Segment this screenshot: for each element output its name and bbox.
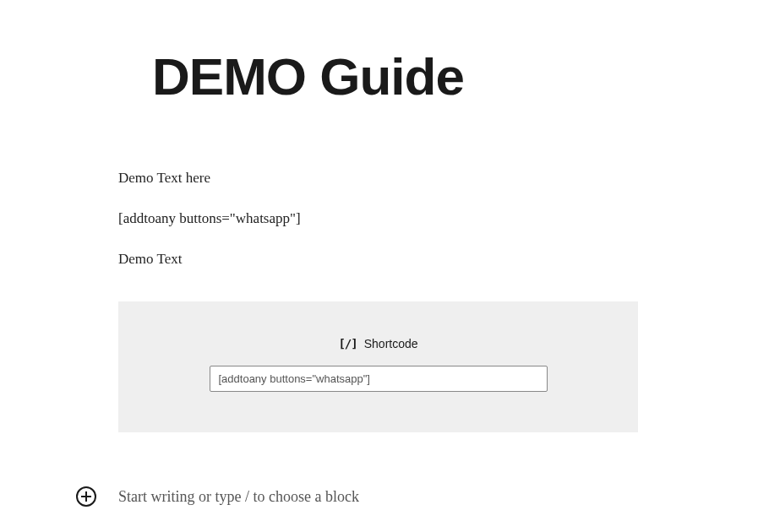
new-block-row: Start writing or type / to choose a bloc… — [76, 486, 359, 507]
new-block-placeholder[interactable]: Start writing or type / to choose a bloc… — [118, 488, 359, 506]
shortcode-header: [/] Shortcode — [145, 337, 611, 350]
paragraph-block[interactable]: [addtoany buttons="whatsapp"] — [118, 210, 638, 227]
add-block-button[interactable] — [76, 486, 96, 507]
shortcode-block[interactable]: [/] Shortcode — [118, 301, 638, 432]
content-area: Demo Text here [addtoany buttons="whatsa… — [118, 170, 638, 432]
shortcode-label: Shortcode — [364, 337, 418, 350]
paragraph-block[interactable]: Demo Text here — [118, 170, 638, 187]
shortcode-input[interactable] — [210, 366, 548, 392]
plus-icon — [80, 491, 92, 502]
page-title[interactable]: DEMO Guide — [152, 46, 758, 106]
shortcode-icon: [/] — [338, 337, 357, 350]
paragraph-block[interactable]: Demo Text — [118, 251, 638, 268]
